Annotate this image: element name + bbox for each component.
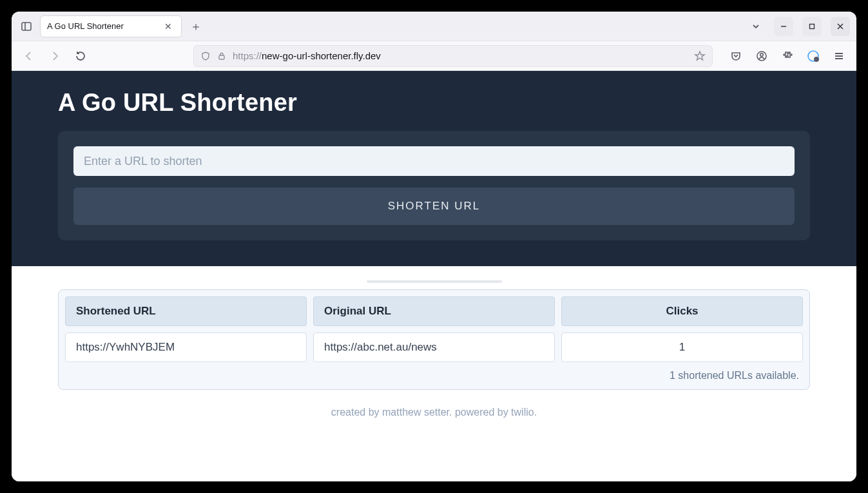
- shorten-button[interactable]: SHORTEN URL: [73, 188, 795, 225]
- svg-point-11: [814, 57, 819, 62]
- reload-button[interactable]: [71, 46, 90, 66]
- shield-icon[interactable]: [200, 51, 211, 61]
- tab-title: A Go URL Shortener: [47, 21, 124, 31]
- account-icon[interactable]: [752, 46, 771, 66]
- maximize-button[interactable]: [802, 17, 822, 36]
- all-tabs-dropdown-icon[interactable]: [747, 17, 765, 35]
- cell-original-url[interactable]: https://abc.net.au/news: [313, 333, 555, 362]
- titlebar: A Go URL Shortener ✕ ＋: [12, 12, 856, 41]
- bookmark-star-icon[interactable]: [694, 50, 706, 62]
- svg-point-9: [760, 53, 764, 56]
- footer-credit: created by matthew setter. powered by tw…: [12, 401, 856, 434]
- col-header-original: Original URL: [313, 296, 555, 326]
- cell-clicks: 1: [561, 333, 803, 362]
- page-viewport: A Go URL Shortener SHORTEN URL Shortened…: [12, 71, 856, 481]
- browser-window: A Go URL Shortener ✕ ＋: [12, 12, 856, 481]
- svg-rect-3: [810, 24, 815, 28]
- app-menu-icon[interactable]: [829, 46, 849, 66]
- svg-rect-0: [22, 23, 31, 30]
- profile-badge-icon[interactable]: [804, 46, 823, 66]
- sidebar-toggle-icon[interactable]: [18, 18, 35, 35]
- col-header-clicks: Clicks: [561, 296, 803, 326]
- svg-rect-6: [219, 55, 224, 59]
- new-tab-button[interactable]: ＋: [187, 17, 205, 35]
- pocket-icon[interactable]: [726, 46, 746, 66]
- extensions-icon[interactable]: [778, 46, 797, 66]
- url-text: https://new-go-url-shortener.fly.dev: [233, 50, 381, 61]
- hero-section: A Go URL Shortener SHORTEN URL: [12, 71, 856, 266]
- close-tab-icon[interactable]: ✕: [162, 21, 175, 32]
- svg-marker-7: [695, 52, 704, 60]
- results-panel: Shortened URL Original URL Clicks https:…: [58, 289, 810, 390]
- url-input[interactable]: [73, 146, 795, 176]
- page-title: A Go URL Shortener: [58, 89, 810, 117]
- lock-icon[interactable]: [217, 52, 226, 61]
- toolbar: https://new-go-url-shortener.fly.dev: [12, 41, 856, 71]
- close-window-button[interactable]: [831, 17, 850, 36]
- section-divider: [12, 266, 856, 289]
- cell-shortened-url[interactable]: https://YwhNYBJEM: [65, 333, 307, 362]
- shorten-card: SHORTEN URL: [58, 131, 810, 240]
- minimize-button[interactable]: [774, 17, 793, 36]
- col-header-shortened: Shortened URL: [65, 296, 307, 326]
- back-button[interactable]: [19, 46, 39, 66]
- address-bar[interactable]: https://new-go-url-shortener.fly.dev: [193, 45, 713, 67]
- browser-tab[interactable]: A Go URL Shortener ✕: [40, 15, 182, 37]
- results-footer: 1 shortened URLs available.: [65, 362, 803, 383]
- forward-button[interactable]: [45, 46, 64, 66]
